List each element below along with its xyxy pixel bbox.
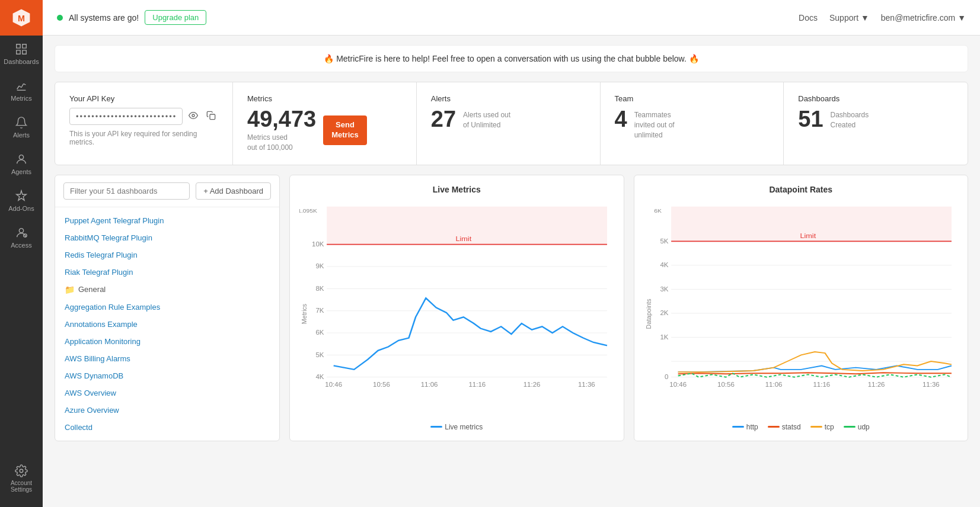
svg-text:11:26: 11:26 bbox=[867, 381, 885, 388]
logo[interactable]: M bbox=[0, 0, 43, 36]
svg-line-4 bbox=[21, 84, 24, 87]
team-card: Team 4 Teammates invited out of unlimite… bbox=[601, 82, 784, 165]
sidebar-item-dashboards[interactable]: Dashboards bbox=[0, 36, 43, 72]
docs-link[interactable]: Docs bbox=[799, 13, 818, 23]
svg-text:5K: 5K bbox=[315, 351, 324, 358]
svg-text:10:56: 10:56 bbox=[373, 381, 390, 388]
content-area: 🔥 MetricFire is here to help! Feel free … bbox=[43, 36, 980, 507]
datapoint-rates-title: Datapoint Rates bbox=[644, 185, 959, 194]
svg-text:10:46: 10:46 bbox=[669, 381, 687, 388]
dashboard-list-panel: + Add Dashboard Puppet Agent Telegraf Pl… bbox=[55, 175, 280, 441]
team-title: Team bbox=[615, 94, 770, 103]
live-metrics-chart: Limit 10K 9K 8K 7K 6K 5K 4K 11.095K 10:4… bbox=[299, 200, 614, 418]
dashboard-list-item[interactable]: AWS Overview bbox=[55, 384, 279, 402]
dashboard-list-item[interactable]: AWS Billing Alarms bbox=[55, 350, 279, 367]
dashboard-list-item[interactable]: Azure Overview bbox=[55, 402, 279, 419]
sidebar-item-access[interactable]: Access bbox=[0, 219, 43, 256]
add-dashboard-button[interactable]: + Add Dashboard bbox=[196, 182, 271, 200]
sidebar-item-account-settings[interactable]: Account Settings bbox=[0, 457, 43, 500]
upgrade-plan-button[interactable]: Upgrade plan bbox=[145, 10, 206, 25]
alerts-title: Alerts bbox=[431, 94, 586, 103]
svg-text:11:26: 11:26 bbox=[523, 381, 541, 388]
svg-text:Datapoints: Datapoints bbox=[644, 299, 652, 329]
help-banner: 🔥 MetricFire is here to help! Feel free … bbox=[55, 45, 968, 72]
copy-api-key-button[interactable] bbox=[204, 108, 218, 124]
api-key-input[interactable] bbox=[69, 108, 183, 125]
api-key-row bbox=[69, 108, 218, 125]
api-key-card: Your API Key bbox=[55, 82, 233, 165]
legend-item-statsd: statsd bbox=[768, 423, 801, 431]
lower-row: + Add Dashboard Puppet Agent Telegraf Pl… bbox=[55, 175, 968, 441]
svg-text:5K: 5K bbox=[660, 238, 669, 245]
svg-text:M: M bbox=[18, 14, 25, 23]
dashboard-list-item[interactable]: RabbitMQ Telegraf Plugin bbox=[55, 229, 279, 246]
svg-text:11:16: 11:16 bbox=[813, 381, 830, 388]
dashboard-list: Puppet Agent Telegraf PluginRabbitMQ Tel… bbox=[55, 207, 279, 441]
api-key-title: Your API Key bbox=[69, 94, 218, 103]
live-metrics-panel: Live Metrics bbox=[289, 175, 624, 441]
svg-text:11:06: 11:06 bbox=[421, 381, 438, 388]
svg-text:11:16: 11:16 bbox=[468, 381, 486, 388]
svg-text:11:36: 11:36 bbox=[922, 381, 939, 388]
svg-text:Limit: Limit bbox=[800, 232, 816, 239]
sidebar-item-metrics[interactable]: Metrics bbox=[0, 72, 43, 109]
sidebar-item-agents[interactable]: Agents bbox=[0, 146, 43, 182]
legend-item-tcp: tcp bbox=[810, 423, 834, 431]
svg-text:11:06: 11:06 bbox=[765, 381, 782, 388]
svg-text:Metrics: Metrics bbox=[300, 303, 307, 324]
dashboards-card: Dashboards 51 Dashboards Created bbox=[784, 82, 968, 165]
live-metrics-legend: Live metrics bbox=[299, 423, 614, 431]
dashboard-list-item[interactable]: Aggregation Rule Examples bbox=[55, 299, 279, 316]
dashboard-folder-item: 📁General bbox=[55, 281, 279, 299]
status-indicator bbox=[57, 15, 63, 21]
datapoint-rates-chart: Limit 5K 4K 3K 2K 1K 0 6K 10:46 10:56 11… bbox=[644, 200, 959, 418]
user-menu[interactable]: ben@metricfire.com ▼ bbox=[881, 13, 966, 23]
svg-text:8K: 8K bbox=[315, 285, 324, 292]
svg-text:Limit: Limit bbox=[455, 235, 471, 242]
svg-rect-13 bbox=[210, 114, 215, 120]
svg-point-7 bbox=[19, 155, 23, 159]
datapoint-rates-legend: http statsd tcp udp bbox=[644, 423, 959, 431]
show-api-key-button[interactable] bbox=[186, 108, 200, 124]
svg-text:6K: 6K bbox=[315, 329, 324, 336]
svg-text:10:46: 10:46 bbox=[325, 381, 342, 388]
svg-text:6K: 6K bbox=[654, 207, 662, 214]
legend-item-udp: udp bbox=[844, 423, 870, 431]
svg-text:10:56: 10:56 bbox=[717, 381, 734, 388]
api-help-text: This is your API key required for sendin… bbox=[69, 130, 218, 146]
live-metrics-title: Live Metrics bbox=[299, 185, 614, 194]
status-text: All systems are go! bbox=[69, 13, 139, 23]
sidebar-item-alerts[interactable]: Alerts bbox=[0, 109, 43, 146]
svg-text:3K: 3K bbox=[660, 285, 669, 293]
metrics-number: 49,473 Metrics used out of 100,000 bbox=[247, 108, 316, 153]
svg-text:11.095K: 11.095K bbox=[299, 207, 317, 214]
dashboard-list-item[interactable]: Riak Telegraf Plugin bbox=[55, 264, 279, 281]
svg-point-12 bbox=[192, 114, 194, 117]
svg-text:0: 0 bbox=[665, 373, 668, 380]
dashboard-list-item[interactable]: AWS DynamoDB bbox=[55, 367, 279, 384]
svg-text:4K: 4K bbox=[315, 373, 324, 380]
dashboard-list-item[interactable]: Collectd bbox=[55, 419, 279, 436]
dashboard-filter-input[interactable] bbox=[63, 182, 190, 200]
svg-text:11:36: 11:36 bbox=[578, 381, 595, 388]
banner-text: 🔥 MetricFire is here to help! Feel free … bbox=[324, 54, 698, 63]
dashboard-list-item[interactable]: Redis Telegraf Plugin bbox=[55, 246, 279, 264]
send-metrics-button[interactable]: SendMetrics bbox=[323, 115, 367, 145]
svg-line-5 bbox=[24, 84, 26, 85]
dashboard-list-header: + Add Dashboard bbox=[55, 175, 279, 207]
svg-text:7K: 7K bbox=[315, 307, 324, 314]
dashboard-list-item[interactable]: Application Monitoring bbox=[55, 333, 279, 350]
dashboard-list-item[interactable]: Puppet Agent Telegraf Plugin bbox=[55, 212, 279, 229]
svg-text:1K: 1K bbox=[660, 333, 669, 341]
legend-item-http: http bbox=[732, 423, 758, 431]
sidebar-item-addons[interactable]: Add-Ons bbox=[0, 182, 43, 219]
team-stat: 4 Teammates invited out of unlimited bbox=[615, 108, 770, 140]
dashboards-title: Dashboards bbox=[798, 94, 953, 103]
dashboards-stat: 51 Dashboards Created bbox=[798, 108, 953, 130]
support-menu[interactable]: Support ▼ bbox=[829, 13, 869, 23]
datapoint-rates-panel: Datapoint Rates bbox=[634, 175, 969, 441]
metrics-title: Metrics bbox=[247, 94, 402, 103]
dashboard-list-item[interactable]: Annotations Example bbox=[55, 316, 279, 333]
topbar-left: All systems are go! Upgrade plan bbox=[57, 10, 799, 25]
topbar-right: Docs Support ▼ ben@metricfire.com ▼ bbox=[799, 13, 966, 23]
